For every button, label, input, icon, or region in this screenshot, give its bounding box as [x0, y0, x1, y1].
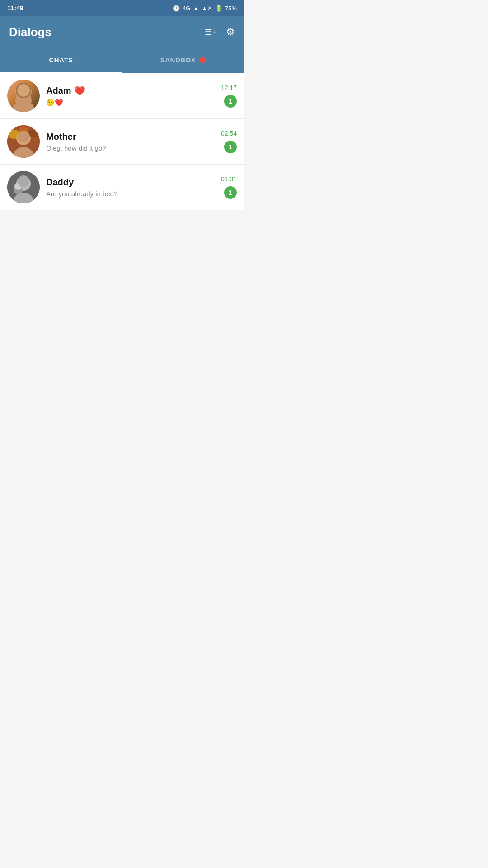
chat-preview-adam: 😉❤️ [46, 99, 215, 107]
chat-content-mother: Mother Oleg, how did it go? [46, 132, 215, 152]
chat-name-mother: Mother [46, 132, 76, 142]
chat-preview-mother: Oleg, how did it go? [46, 144, 215, 152]
chat-content-adam: Adam ❤️ 😉❤️ [46, 85, 215, 107]
svg-point-8 [28, 129, 39, 137]
tab-sandbox[interactable]: SANDBOX [122, 48, 244, 72]
unread-badge-daddy: 1 [224, 186, 237, 199]
chat-meta-mother: 02:54 1 [221, 130, 237, 153]
settings-button[interactable]: ⚙ [226, 26, 235, 38]
unread-badge-adam: 1 [224, 95, 237, 108]
chat-name-adam: Adam [46, 85, 71, 96]
sandbox-notification-dot [199, 57, 206, 63]
signal-icon: ▲ [193, 5, 199, 12]
tab-sandbox-label: SANDBOX [160, 56, 196, 64]
status-right-icons: 🕐 4G ▲ ▲✕ 🔋 75% [173, 5, 237, 12]
chat-list: Adam ❤️ 😉❤️ 12:17 1 Mothe [0, 73, 244, 210]
tabs-bar: CHATS SANDBOX [0, 48, 244, 73]
unread-badge-mother: 1 [224, 141, 237, 153]
svg-point-2 [19, 87, 28, 94]
chat-time-mother: 02:54 [221, 130, 237, 137]
alarm-icon: 🕐 [173, 5, 180, 12]
status-bar: 11:49 🕐 4G ▲ ▲✕ 🔋 75% [0, 0, 244, 16]
svg-point-1 [15, 83, 32, 99]
app-title: Dialogs [9, 25, 52, 39]
chat-name-row-daddy: Daddy [46, 177, 215, 188]
svg-point-7 [8, 130, 20, 139]
chat-name-daddy: Daddy [46, 177, 74, 188]
signal-x-icon: ▲✕ [202, 5, 212, 12]
new-chat-button[interactable]: ☰+ [205, 27, 217, 37]
chat-item-daddy[interactable]: Daddy Are you already in bed? 01:31 1 [0, 165, 244, 210]
chat-name-row-adam: Adam ❤️ [46, 85, 215, 96]
chat-time-adam: 12:17 [221, 84, 237, 91]
chat-content-daddy: Daddy Are you already in bed? [46, 177, 215, 198]
tab-chats[interactable]: CHATS [0, 48, 122, 72]
chat-name-row-mother: Mother [46, 132, 215, 142]
app-bar-actions: ☰+ ⚙ [205, 26, 235, 38]
app-bar: Dialogs ☰+ ⚙ [0, 16, 244, 48]
chat-item-mother[interactable]: Mother Oleg, how did it go? 02:54 1 [0, 119, 244, 165]
avatar-adam [7, 80, 40, 112]
svg-point-9 [19, 126, 28, 133]
svg-point-0 [12, 100, 35, 112]
svg-rect-3 [16, 98, 31, 100]
chat-name-emoji-adam: ❤️ [74, 85, 85, 96]
network-label: 4G [183, 5, 190, 12]
tab-chats-label: CHATS [49, 56, 73, 64]
chat-meta-adam: 12:17 1 [221, 84, 237, 108]
status-time: 11:49 [7, 5, 23, 12]
svg-point-15 [14, 183, 22, 190]
chat-meta-daddy: 01:31 1 [221, 175, 237, 199]
chat-preview-daddy: Are you already in bed? [46, 190, 215, 198]
chat-item-adam[interactable]: Adam ❤️ 😉❤️ 12:17 1 [0, 73, 244, 119]
avatar-daddy [7, 171, 40, 203]
battery-label: 75% [225, 5, 237, 12]
battery-icon: 🔋 [215, 5, 222, 12]
chat-time-daddy: 01:31 [221, 175, 237, 183]
avatar-mother [7, 125, 40, 158]
